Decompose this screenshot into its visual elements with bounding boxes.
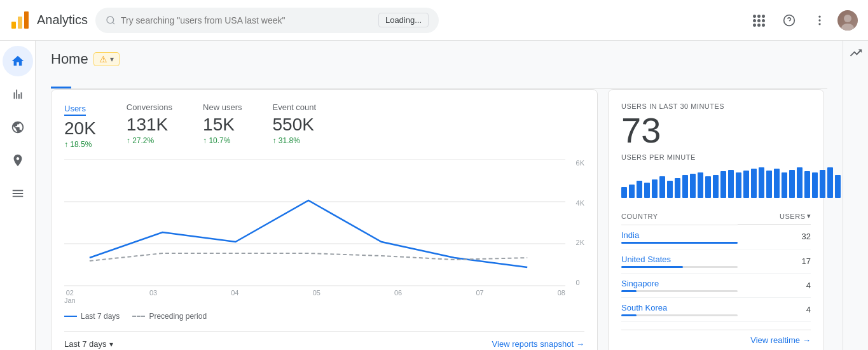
legend-line-solid <box>64 316 77 317</box>
bar-item <box>812 172 818 198</box>
bar-item <box>743 171 749 198</box>
sidebar-item-home[interactable] <box>3 46 33 76</box>
bar-item <box>835 175 841 198</box>
explore-icon <box>11 120 25 134</box>
metric-conversions-label: Conversions <box>127 102 172 112</box>
svg-point-7 <box>818 19 820 21</box>
svg-rect-0 <box>11 22 16 29</box>
svg-point-6 <box>818 15 820 17</box>
x-axis: 02 Jan 03 04 05 06 07 08 <box>64 289 584 304</box>
bar-item <box>698 172 703 198</box>
app-title: Analytics <box>37 13 88 27</box>
country-bar <box>621 290 637 292</box>
bar-item <box>751 169 757 198</box>
sidebar-item-configure[interactable] <box>3 178 33 209</box>
bar-item <box>789 170 795 198</box>
logo-area: Analytics <box>10 10 88 31</box>
main-layout: Home ⚠ ▾ Users 20K ↑ 18.5% <box>0 41 868 350</box>
svg-point-10 <box>841 24 854 31</box>
sidebar-item-explore[interactable] <box>3 112 33 143</box>
metric-conversions[interactable]: Conversions 131K ↑ 27.2% <box>127 102 172 149</box>
view-realtime-link[interactable]: View realtime → <box>621 335 811 345</box>
warning-badge[interactable]: ⚠ ▾ <box>93 52 120 66</box>
page-title: Home <box>51 51 88 67</box>
bar-item <box>820 170 825 198</box>
country-row: South Korea 4 <box>621 297 811 321</box>
page-header: Home ⚠ ▾ <box>51 51 827 67</box>
avatar[interactable] <box>837 10 858 31</box>
search-input[interactable] <box>121 15 373 25</box>
bar-chart-icon <box>11 87 25 101</box>
help-button[interactable] <box>776 8 802 33</box>
realtime-bar-chart <box>621 166 811 198</box>
users-sort-icon[interactable]: ▾ <box>807 212 811 220</box>
home-icon <box>11 54 25 68</box>
realtime-footer: View realtime → <box>621 330 811 345</box>
x-label-jan: Jan <box>64 297 76 304</box>
main-chart-card: Users 20K ↑ 18.5% Conversions 131K ↑ 27.… <box>51 89 598 350</box>
bar-item <box>728 170 734 198</box>
bar-item <box>720 171 726 198</box>
users-header: USERS ▾ <box>738 208 811 225</box>
date-range-button[interactable]: Last 7 days ▾ <box>64 339 113 349</box>
arrow-right-icon: → <box>576 339 584 349</box>
search-bar[interactable]: Loading... <box>95 8 439 33</box>
bar-item <box>675 178 680 198</box>
grid-apps-button[interactable] <box>746 8 771 33</box>
insights-panel-icon[interactable] <box>849 46 863 63</box>
realtime-per-minute-label: USERS PER MINUTE <box>621 153 811 161</box>
metric-users[interactable]: Users 20K ↑ 18.5% <box>64 102 96 149</box>
country-bar-wrap <box>621 242 738 244</box>
country-bar <box>621 242 738 244</box>
realtime-arrow-icon: → <box>803 335 811 345</box>
date-dropdown-icon: ▾ <box>109 340 113 349</box>
realtime-section-label: USERS IN LAST 30 MINUTES <box>621 102 811 110</box>
country-name[interactable]: United States <box>621 255 738 264</box>
metric-event-count[interactable]: Event count 550K ↑ 31.8% <box>273 102 317 149</box>
bar-item <box>797 167 803 198</box>
metric-conversions-value: 131K <box>127 115 172 135</box>
sidebar-item-reports[interactable] <box>3 79 33 109</box>
x-label-07: 07 <box>476 289 483 304</box>
metric-new-users[interactable]: New users 15K ↑ 10.7% <box>203 102 242 149</box>
metric-new-users-label: New users <box>203 102 242 112</box>
advertising-icon <box>11 153 25 167</box>
country-name[interactable]: India <box>621 230 738 240</box>
svg-point-9 <box>844 15 851 22</box>
sidebar-item-advertising[interactable] <box>3 145 33 176</box>
bar-item <box>782 172 787 198</box>
y-label-0: 0 <box>576 279 584 286</box>
metric-users-change: ↑ 18.5% <box>64 140 96 149</box>
x-label-06: 06 <box>394 289 402 304</box>
loading-badge: Loading... <box>378 13 429 27</box>
svg-point-8 <box>818 23 820 25</box>
country-name[interactable]: South Korea <box>621 303 738 312</box>
bar-item <box>759 167 764 198</box>
tab-overview[interactable] <box>51 78 71 88</box>
metric-event-change: ↑ 31.8% <box>273 136 317 145</box>
y-label-4k: 4K <box>576 199 584 207</box>
more-options-button[interactable] <box>807 8 832 33</box>
trending-icon <box>849 46 863 60</box>
chart-legend: Last 7 days Preceding period <box>64 312 584 321</box>
metric-users-value: 20K <box>64 118 96 139</box>
cards-row: Users 20K ↑ 18.5% Conversions 131K ↑ 27.… <box>51 89 827 350</box>
country-name[interactable]: Singapore <box>621 279 738 288</box>
dropdown-arrow: ▾ <box>110 55 114 64</box>
analytics-logo <box>10 10 31 31</box>
bar-item <box>705 176 711 198</box>
bar-item <box>637 181 642 198</box>
country-table-body: India 32 United States 17 Singapore <box>621 225 811 321</box>
country-bar <box>621 314 637 316</box>
view-reports-link[interactable]: View reports snapshot → <box>492 339 584 349</box>
avatar-image <box>837 10 858 31</box>
view-realtime-label: View realtime <box>750 335 800 345</box>
tabs <box>51 78 827 89</box>
country-users: 32 <box>738 225 811 249</box>
metric-event-value: 550K <box>273 115 317 135</box>
country-bar-wrap <box>621 266 738 268</box>
x-label-04: 04 <box>231 289 238 304</box>
content-area: Home ⚠ ▾ Users 20K ↑ 18.5% <box>36 41 843 350</box>
realtime-card: USERS IN LAST 30 MINUTES 73 USERS PER MI… <box>608 89 824 350</box>
country-users: 4 <box>738 297 811 321</box>
